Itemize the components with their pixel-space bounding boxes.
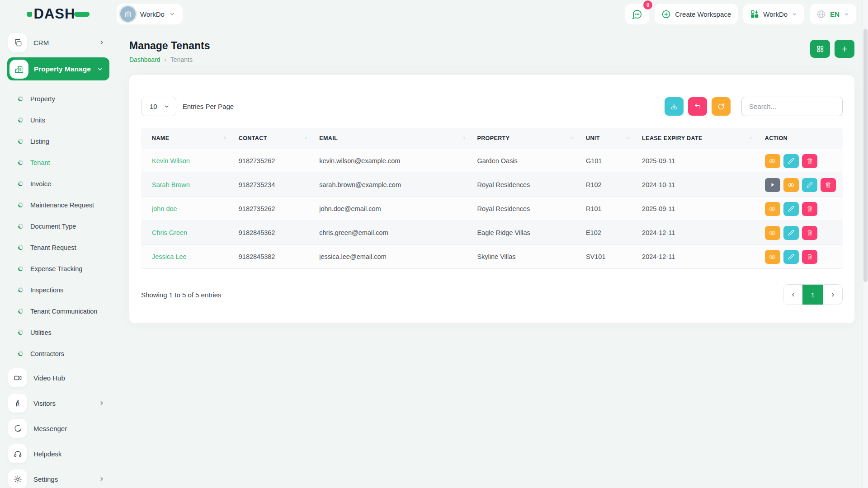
- workdo-menu-button[interactable]: WorkDo: [743, 4, 804, 24]
- sidebar-item-contractors[interactable]: Contractors: [7, 343, 109, 364]
- grid-view-button[interactable]: [810, 40, 830, 58]
- delete-button[interactable]: [802, 226, 817, 240]
- delete-button[interactable]: [802, 202, 817, 216]
- column-header-property[interactable]: PROPERTY↑↓: [471, 128, 580, 149]
- column-header-email[interactable]: EMAIL↑↓: [313, 128, 471, 149]
- next-page-button[interactable]: [823, 285, 842, 305]
- edit-button[interactable]: [783, 250, 799, 264]
- sort-icon[interactable]: ↑↓: [571, 135, 573, 140]
- sort-icon[interactable]: ↑↓: [304, 135, 307, 140]
- language-selector[interactable]: EN: [810, 4, 856, 24]
- delete-button[interactable]: [802, 250, 817, 264]
- sidebar-item-label: Units: [30, 117, 45, 124]
- chevron-down-icon: [792, 11, 797, 17]
- tenant-contact: 9182735262: [232, 197, 313, 221]
- tenant-name-link[interactable]: Jessica Lee: [152, 253, 187, 260]
- sidebar-item-inspections[interactable]: Inspections: [7, 279, 109, 300]
- sidebar-item-messenger[interactable]: Messenger: [7, 416, 109, 441]
- sort-icon[interactable]: ↑↓: [223, 135, 226, 140]
- previous-page-button[interactable]: [783, 285, 802, 305]
- column-header-contact[interactable]: CONTACT↑↓: [232, 128, 313, 149]
- scrollbar-thumb[interactable]: [863, 29, 868, 282]
- entries-per-page-select[interactable]: 10: [141, 97, 176, 116]
- pencil-icon: [788, 253, 794, 260]
- sidebar-item-expense-tracking[interactable]: Expense Tracking: [7, 258, 109, 279]
- table-header-row: NAME↑↓ CONTACT↑↓ EMAIL↑↓ PROPERTY↑↓ UNIT…: [141, 128, 843, 149]
- language-label: EN: [830, 10, 840, 18]
- chevron-right-icon: [99, 476, 105, 482]
- sidebar-item-property[interactable]: Property: [7, 88, 109, 109]
- sidebar-item-settings[interactable]: Settings: [7, 466, 109, 488]
- sidebar-item-invoice[interactable]: Invoice: [7, 173, 109, 194]
- sidebar-item-maintenance-request[interactable]: Maintenance Request: [7, 194, 109, 216]
- undo-button[interactable]: [688, 97, 707, 116]
- view-button[interactable]: [765, 226, 780, 240]
- view-button[interactable]: [783, 178, 799, 192]
- edit-button[interactable]: [783, 226, 799, 240]
- messages-button[interactable]: 0: [625, 4, 649, 24]
- tenant-lease-expiry: 2025-09-11: [636, 149, 759, 173]
- view-button[interactable]: [765, 202, 780, 216]
- page-number-button[interactable]: 1: [802, 285, 823, 305]
- sidebar-item-crm[interactable]: CRM: [7, 33, 109, 52]
- scrollbar[interactable]: [862, 0, 868, 488]
- column-header-unit[interactable]: UNIT↑↓: [580, 128, 636, 149]
- chevron-down-icon: [164, 103, 170, 109]
- sidebar-item-utilities[interactable]: Utilities: [7, 322, 109, 343]
- logo-text: DASH: [34, 6, 75, 22]
- pencil-icon: [807, 182, 813, 188]
- pencil-icon: [788, 230, 794, 236]
- edit-button[interactable]: [783, 154, 799, 168]
- sidebar-item-tenant-communication[interactable]: Tenant Communication: [7, 300, 109, 322]
- sort-icon[interactable]: ↑↓: [462, 135, 464, 140]
- export-button[interactable]: [665, 97, 684, 116]
- add-tenant-button[interactable]: [835, 40, 854, 58]
- create-workspace-button[interactable]: Create Workspace: [655, 4, 738, 24]
- table-row: Kevin Wilson 9182735262 kevin.wilson@exa…: [141, 149, 843, 173]
- tenant-name-link[interactable]: Kevin Wilson: [152, 157, 190, 164]
- main-content: Manage Tenants Dashboard › Tenants: [117, 28, 868, 488]
- sidebar-item-tenant[interactable]: Tenant: [7, 152, 109, 173]
- sidebar-item-tenant-request[interactable]: Tenant Request: [7, 237, 109, 258]
- view-button[interactable]: [765, 250, 780, 264]
- delete-button[interactable]: [821, 178, 836, 192]
- search-input[interactable]: [741, 97, 843, 116]
- breadcrumb-dashboard[interactable]: Dashboard: [129, 56, 160, 63]
- sidebar-group-property-manage[interactable]: Property Manage: [7, 57, 109, 80]
- sidebar-item-listing[interactable]: Listing: [7, 131, 109, 152]
- sidebar-item-visitors[interactable]: Visitors: [7, 390, 109, 416]
- tenants-card: 10 Entries Per Page: [129, 75, 854, 323]
- breadcrumb-separator: ›: [165, 56, 166, 63]
- tenant-name-link[interactable]: Chris Green: [152, 229, 187, 236]
- eye-icon: [769, 230, 776, 236]
- plus-icon: [841, 45, 849, 53]
- chevron-down-icon: [844, 11, 849, 17]
- delete-button[interactable]: [802, 154, 817, 168]
- grid-plus-icon: [750, 9, 759, 19]
- sidebar-item-label: CRM: [33, 39, 49, 47]
- sidebar-item-document-type[interactable]: Document Type: [7, 216, 109, 237]
- edit-button[interactable]: [783, 202, 799, 216]
- chat-dots-icon: [632, 9, 642, 19]
- app-logo[interactable]: DASH: [0, 6, 117, 22]
- column-header-lease-expiry[interactable]: LEASE EXPIRY DATE↑↓: [636, 128, 759, 149]
- tenant-name-link[interactable]: john doe: [152, 205, 177, 212]
- tenant-property: Eagle Ridge Villas: [471, 221, 580, 245]
- sort-icon[interactable]: ↑↓: [627, 135, 629, 140]
- edit-button[interactable]: [802, 178, 817, 192]
- tenant-property: Royal Residences: [471, 197, 580, 221]
- sidebar-item-units[interactable]: Units: [7, 109, 109, 131]
- tenant-contact: 9182735262: [232, 149, 313, 173]
- tenant-unit: E102: [580, 221, 636, 245]
- sidebar-item-helpdesk[interactable]: Helpdesk: [7, 441, 109, 466]
- tenant-email: kevin.wilson@example.com: [313, 149, 471, 173]
- tenant-name-link[interactable]: Sarah Brown: [152, 181, 190, 188]
- move-in-button[interactable]: [765, 178, 780, 192]
- bullet-icon: [18, 351, 23, 356]
- view-button[interactable]: [765, 154, 780, 168]
- sidebar-item-video-hub[interactable]: Video Hub: [7, 365, 109, 390]
- sort-icon[interactable]: ↑↓: [750, 135, 752, 140]
- workspace-switcher[interactable]: WorkDo: [117, 4, 183, 24]
- refresh-button[interactable]: [712, 97, 731, 116]
- column-header-name[interactable]: NAME↑↓: [141, 128, 232, 149]
